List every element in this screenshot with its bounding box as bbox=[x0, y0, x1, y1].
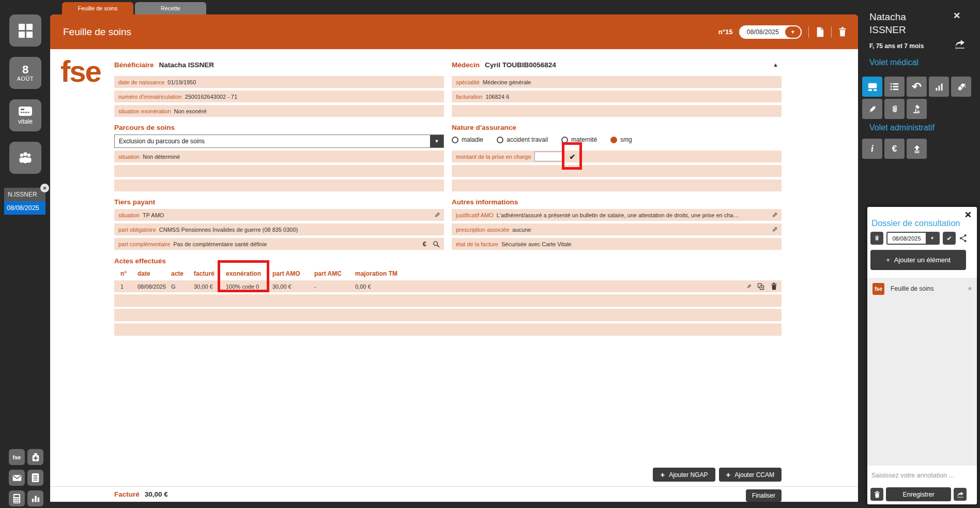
app-root: 8 AOÛT vitale N.ISSNER 08/08/2025 ✕ fse bbox=[0, 0, 980, 508]
consultation-date-select[interactable]: 08/08/2025 ▼ bbox=[886, 232, 940, 245]
list-item-feuille-de-soins[interactable]: fse Feuille de soins ✱ bbox=[867, 278, 977, 300]
edit-pencil-icon[interactable]: ✎ bbox=[771, 227, 778, 232]
syringe-icon bbox=[867, 104, 878, 114]
empty-table-row bbox=[114, 323, 782, 336]
consultation-view-button[interactable] bbox=[862, 77, 882, 97]
biology-button[interactable] bbox=[907, 99, 927, 119]
medication-button[interactable] bbox=[951, 77, 971, 97]
calculator-button[interactable] bbox=[9, 490, 25, 506]
parcours-dropdown[interactable]: Exclusion du parcours de soins ▼ bbox=[114, 135, 444, 148]
mail-button[interactable] bbox=[9, 470, 25, 486]
notes-button[interactable] bbox=[27, 470, 43, 486]
apps-grid-button[interactable] bbox=[9, 14, 41, 47]
montant-input[interactable] bbox=[534, 152, 562, 161]
attachments-button[interactable] bbox=[884, 99, 905, 119]
delete-annotation-button[interactable] bbox=[870, 488, 883, 501]
chevron-down-icon: ▼ bbox=[926, 233, 939, 244]
radio-maternite[interactable]: maternité bbox=[561, 136, 597, 143]
patients-button[interactable] bbox=[9, 142, 41, 174]
new-document-button[interactable] bbox=[816, 27, 824, 37]
patient-chip[interactable]: N.ISSNER 08/08/2025 ✕ bbox=[4, 188, 45, 215]
delete-document-button[interactable] bbox=[838, 27, 847, 37]
facture-total: Facturé 30,00 € bbox=[114, 490, 168, 498]
acte-row[interactable]: 1 08/08/2025 G 30,00 € 100% code 0 30,00… bbox=[114, 280, 782, 292]
billing-button[interactable]: € bbox=[884, 139, 905, 159]
edit-pencil-icon[interactable]: ✎ bbox=[771, 212, 778, 218]
field-value: CNMSS Pensionnes Invalides de guerre (08… bbox=[159, 227, 298, 233]
duplicate-icon[interactable] bbox=[757, 282, 765, 291]
export-data-button[interactable] bbox=[907, 139, 927, 159]
cell: 30,00 € bbox=[272, 283, 314, 290]
invoice-date-value: 08/08/2025 bbox=[740, 28, 785, 36]
history-button[interactable]: ↶ bbox=[907, 77, 927, 97]
beneficiaire-title: Bénéficiaire bbox=[114, 61, 154, 69]
edit-pencil-icon[interactable]: ✎ bbox=[433, 212, 441, 218]
field-value: 106824 6 bbox=[485, 94, 509, 100]
medecin-header: Médecin Cyril TOUBIB0056824 ▲ bbox=[452, 59, 782, 70]
tab-feuille-de-soins[interactable]: Feuille de soins bbox=[62, 2, 133, 14]
vitale-card-icon bbox=[18, 106, 33, 117]
parcours-dropdown-value: Exclusion du parcours de soins bbox=[115, 138, 430, 145]
calendar-button[interactable]: 8 AOÛT bbox=[9, 57, 41, 89]
trash-icon bbox=[838, 27, 847, 37]
chip-close-icon[interactable]: ✕ bbox=[40, 184, 49, 192]
export-icon[interactable] bbox=[954, 39, 966, 51]
trash-icon[interactable] bbox=[771, 282, 777, 290]
euro-icon: € bbox=[892, 144, 897, 154]
results-chart-button[interactable] bbox=[929, 77, 949, 97]
plus-icon: + bbox=[886, 256, 890, 264]
field-label: montant de la prise en charge bbox=[456, 154, 531, 160]
enregistrer-button[interactable]: Enregistrer bbox=[886, 487, 951, 501]
pharmacy-button[interactable] bbox=[27, 449, 43, 465]
radio-smg[interactable]: smg bbox=[610, 136, 632, 143]
search-icon[interactable] bbox=[433, 241, 440, 248]
chevron-down-icon: ▼ bbox=[785, 26, 801, 38]
empty-row bbox=[452, 165, 782, 177]
bars-icon bbox=[935, 82, 944, 92]
invoice-date-select[interactable]: 08/08/2025 ▼ bbox=[739, 25, 802, 39]
field-label: justificatif AMO bbox=[456, 212, 494, 218]
radio-accident-travail[interactable]: accident travail bbox=[497, 136, 548, 143]
radio-label: accident travail bbox=[507, 136, 548, 143]
field-row-etat-facture: état de la facture Sécurisée avec Carte … bbox=[452, 238, 782, 250]
people-icon bbox=[17, 151, 34, 165]
list-view-button[interactable] bbox=[884, 77, 905, 97]
euro-icon[interactable]: € bbox=[423, 240, 426, 248]
cell: G bbox=[171, 283, 194, 290]
export-icon bbox=[957, 491, 964, 498]
carte-vitale-button[interactable]: vitale bbox=[9, 99, 41, 131]
export-annotation-button[interactable] bbox=[954, 488, 967, 501]
col-header: n° bbox=[120, 270, 137, 277]
patient-info-button[interactable]: i bbox=[862, 139, 882, 159]
page-icon bbox=[816, 27, 824, 37]
vaccination-button[interactable] bbox=[862, 99, 882, 119]
edit-pencil-icon[interactable]: ✎ bbox=[745, 284, 752, 289]
document-icon bbox=[31, 473, 40, 483]
invoice-number: n°15 bbox=[718, 28, 733, 36]
tab-label: Feuille de soins bbox=[78, 5, 117, 11]
col-header: acte bbox=[171, 270, 194, 277]
col-header-exoneration: exonération bbox=[226, 270, 272, 277]
undo-icon: ↶ bbox=[912, 82, 921, 92]
validate-check-icon[interactable]: ✔ bbox=[570, 153, 576, 161]
share-nodes-icon[interactable] bbox=[959, 234, 968, 243]
radio-maladie[interactable]: maladie bbox=[452, 136, 483, 143]
attach-button[interactable] bbox=[870, 232, 883, 245]
annotation-input[interactable] bbox=[867, 467, 977, 484]
stats-button[interactable] bbox=[27, 490, 43, 506]
confirm-date-button[interactable]: ✔ bbox=[943, 232, 956, 245]
ajouter-ccam-button[interactable]: + Ajouter CCAM bbox=[719, 468, 782, 482]
ajouter-element-button[interactable]: + Ajouter un élément bbox=[870, 250, 966, 270]
finaliser-button[interactable]: Finaliser bbox=[746, 489, 782, 502]
ajouter-ngap-button[interactable]: + Ajouter NGAP bbox=[653, 468, 715, 482]
field-value: Non déterminé bbox=[143, 154, 180, 160]
close-icon[interactable]: ✕ bbox=[953, 10, 960, 21]
collapse-arrow-icon[interactable]: ▲ bbox=[773, 62, 778, 68]
patient-last-name: ISSNER bbox=[869, 23, 906, 36]
fse-shortcut-button[interactable]: fse bbox=[9, 449, 25, 465]
col-header: majoration TM bbox=[355, 270, 433, 277]
field-row-part-obligatoire: part obligatoire CNMSS Pensionnes Invali… bbox=[114, 223, 444, 235]
tab-recette[interactable]: Recette bbox=[135, 2, 206, 14]
close-icon[interactable]: ✕ bbox=[964, 210, 972, 220]
envelope-icon bbox=[12, 473, 22, 483]
